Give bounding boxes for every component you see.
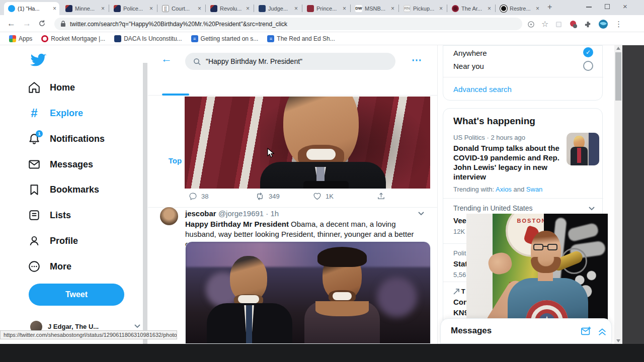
tweet-menu-chevron-icon[interactable] — [418, 211, 425, 216]
browser-tab-msnbc[interactable]: DW MSNB... × — [351, 2, 397, 15]
tweet-photo-obama[interactable] — [185, 97, 430, 189]
tab-close-icon[interactable]: × — [294, 5, 298, 12]
sidebar-item-messages[interactable]: Messages — [28, 154, 143, 174]
bookmark-rocket-mortgage[interactable]: Rocket Mortgage |... — [41, 35, 105, 42]
reply-action[interactable]: 38 — [189, 192, 208, 201]
trending-link-axios[interactable]: Axios — [496, 186, 512, 193]
daca-icon — [114, 35, 121, 42]
search-input[interactable]: "Happy Birthday Mr. President" — [185, 53, 395, 70]
sidebar-item-profile[interactable]: Profile — [28, 231, 143, 251]
trend-row-stat[interactable]: Polit Stat 5,56 — [453, 249, 467, 279]
tab-close-icon[interactable]: × — [488, 5, 491, 12]
sidebar-item-lists[interactable]: Lists — [28, 205, 143, 225]
sidebar-item-explore[interactable]: # Explore — [28, 103, 143, 123]
tweet-photo-obamas[interactable] — [185, 241, 431, 344]
bookmark-getting-started[interactable]: ≡ Getting started on s... — [191, 35, 259, 42]
tab-close-icon[interactable]: × — [536, 5, 539, 12]
padlock-icon[interactable] — [60, 21, 66, 27]
search-more-button[interactable]: ⋯ — [412, 54, 422, 66]
tab-close-icon[interactable]: × — [391, 5, 394, 12]
trending-chevron-down-icon[interactable] — [588, 206, 595, 211]
browser-tab-strip: (1) "Ha... × Minne... × Police... × [[ C… — [0, 0, 644, 15]
tab-separator — [350, 5, 351, 12]
new-message-icon[interactable] — [581, 326, 592, 337]
browser-tab-prince[interactable]: Prince... × — [303, 2, 349, 15]
sidebar-item-label: Home — [50, 82, 75, 93]
sidebar-item-bookmarks[interactable]: Bookmarks — [28, 179, 143, 200]
target-icon[interactable] — [527, 21, 535, 28]
page-scrollbar-thumb[interactable] — [615, 52, 621, 101]
tab-close-icon[interactable]: × — [198, 5, 201, 12]
forward-button[interactable]: → — [23, 19, 31, 29]
adblock-extension-icon[interactable] — [569, 20, 578, 29]
court-favicon-icon: [[ — [162, 5, 169, 12]
sidebar-item-more[interactable]: More — [28, 256, 143, 277]
bell-icon: 1 — [28, 132, 41, 145]
browser-tab-police[interactable]: Police... × — [110, 2, 156, 15]
search-back-button[interactable]: ← — [161, 52, 172, 65]
account-chevron-down-icon[interactable] — [134, 324, 141, 329]
account-name[interactable]: J Edgar, The U... — [48, 323, 99, 330]
promoted-arrow-icon — [453, 289, 459, 295]
tab-close-icon[interactable]: × — [439, 5, 443, 12]
tweet-button[interactable]: Tweet — [29, 284, 124, 306]
more-circle-icon — [28, 260, 41, 273]
decor — [238, 295, 259, 303]
tweet-avatar[interactable] — [160, 207, 178, 225]
back-button[interactable]: ← — [7, 19, 16, 29]
browser-tab-court[interactable]: [[ Court... × — [158, 2, 204, 15]
filter-near-you-label: Near you — [453, 62, 484, 70]
dw-favicon-icon: DW — [355, 5, 362, 12]
advanced-search-link[interactable]: Advanced search — [453, 85, 512, 94]
home-icon — [28, 81, 41, 94]
window-restore-button[interactable] — [605, 4, 610, 9]
search-value: "Happy Birthday Mr. President" — [206, 57, 302, 65]
browser-tab-judge[interactable]: Judge... × — [255, 2, 301, 15]
bookmark-apps[interactable]: Apps — [9, 35, 32, 42]
browser-tab-pickup[interactable]: RN Pickup... × — [399, 2, 446, 15]
scroll-down-arrow[interactable] — [616, 339, 620, 342]
like-action[interactable]: 1K — [313, 192, 334, 200]
browser-tab-minne[interactable]: Minne... × — [61, 2, 108, 15]
twitter-logo-icon[interactable] — [30, 53, 46, 67]
tab-close-icon[interactable]: × — [101, 5, 105, 12]
refresh-button[interactable] — [38, 20, 46, 27]
tweet-author-handle[interactable]: @jorge19691 — [218, 209, 264, 218]
expand-drawer-chevrons-icon[interactable] — [597, 326, 608, 337]
window-close-button[interactable]: × — [623, 2, 627, 11]
heart-icon — [313, 192, 321, 200]
profile-avatar[interactable] — [598, 19, 608, 29]
toolbar-right-icons: ☆ ⋮ — [527, 18, 638, 30]
retweet-action[interactable]: 349 — [255, 192, 280, 201]
scroll-up-arrow[interactable] — [616, 47, 620, 50]
filter-anywhere-radio-checked[interactable]: ✓ — [583, 47, 593, 57]
tab-close-icon[interactable]: × — [343, 5, 346, 12]
bookmark-star-icon[interactable]: ☆ — [541, 21, 548, 28]
tweet-author-name[interactable]: jescobar — [185, 209, 216, 218]
extension-frame-icon[interactable] — [555, 21, 562, 28]
tab-close-icon[interactable]: × — [149, 5, 153, 12]
inner-scrollbar[interactable] — [143, 63, 147, 344]
share-action[interactable] — [377, 192, 385, 201]
browser-tab-twitter[interactable]: (1) "Ha... × — [4, 2, 59, 15]
sidebar-item-notifications[interactable]: 1 Notifications — [28, 129, 143, 149]
trend-thumbnail-trump[interactable] — [567, 133, 599, 165]
extensions-puzzle-icon[interactable] — [584, 21, 592, 28]
new-tab-button[interactable]: + — [547, 3, 552, 12]
filter-near-you-radio[interactable] — [583, 61, 593, 71]
sidebar-item-home[interactable]: Home — [28, 77, 143, 98]
bookmark-red-and-ed[interactable]: ≡ The Red and Ed Sh... — [267, 35, 335, 42]
window-minimize-button[interactable] — [586, 7, 592, 8]
messages-drawer[interactable]: Messages — [440, 318, 612, 344]
address-bar[interactable]: twitter.com/search?q="Happy%20Birthday%2… — [54, 18, 522, 30]
trending-link-swan[interactable]: Swan — [526, 186, 543, 193]
bookmark-daca[interactable]: DACA Is Unconstitu... — [114, 35, 182, 42]
decor — [303, 181, 349, 189]
browser-tab-revolu[interactable]: Revolu... × — [206, 2, 253, 15]
tab-close-icon[interactable]: × — [246, 5, 250, 12]
tab-close-icon[interactable]: × — [53, 5, 56, 12]
chrome-menu-icon[interactable]: ⋮ — [615, 20, 622, 29]
red-circle-favicon-icon — [452, 5, 459, 12]
browser-tab-restream[interactable]: Restre... × — [496, 2, 542, 15]
browser-tab-the-ar[interactable]: The Ar... × — [448, 2, 494, 15]
